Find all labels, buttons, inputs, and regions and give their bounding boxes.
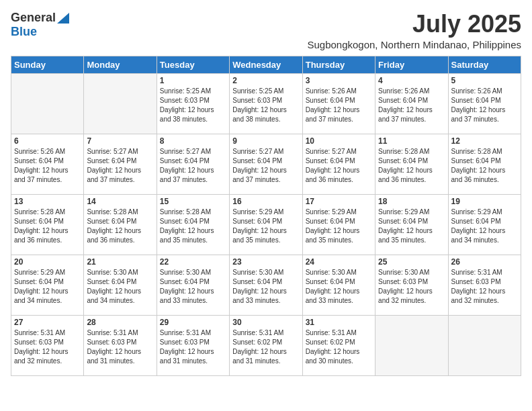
svg-marker-0	[57, 13, 69, 24]
day-info: Sunrise: 5:31 AMSunset: 6:02 PMDaylight:…	[232, 328, 299, 366]
day-info: Sunrise: 5:29 AMSunset: 6:04 PMDaylight:…	[14, 268, 81, 306]
day-info: Sunrise: 5:28 AMSunset: 6:04 PMDaylight:…	[87, 208, 153, 245]
day-info: Sunrise: 5:30 AMSunset: 6:04 PMDaylight:…	[232, 268, 299, 306]
day-number: 7	[87, 136, 153, 146]
day-info: Sunrise: 5:27 AMSunset: 6:04 PMDaylight:…	[306, 147, 372, 185]
day-number: 2	[232, 76, 299, 85]
logo-blue-text: Blue	[11, 25, 37, 38]
day-info: Sunrise: 5:31 AMSunset: 6:03 PMDaylight:…	[14, 328, 81, 366]
day-info: Sunrise: 5:30 AMSunset: 6:04 PMDaylight:…	[87, 268, 153, 306]
day-info: Sunrise: 5:27 AMSunset: 6:04 PMDaylight:…	[160, 147, 226, 185]
day-info: Sunrise: 5:27 AMSunset: 6:04 PMDaylight:…	[232, 147, 299, 185]
location-subtitle: Sugbongkogon, Northern Mindanao, Philipp…	[307, 39, 521, 50]
day-number: 10	[306, 136, 372, 146]
day-cell: 25Sunrise: 5:30 AMSunset: 6:03 PMDayligh…	[375, 255, 448, 315]
day-number: 16	[232, 197, 299, 206]
day-cell	[448, 315, 521, 375]
column-header-thursday: Thursday	[302, 56, 375, 73]
day-info: Sunrise: 5:31 AMSunset: 6:03 PMDaylight:…	[160, 328, 226, 366]
day-info: Sunrise: 5:29 AMSunset: 6:04 PMDaylight:…	[232, 208, 299, 245]
day-cell: 19Sunrise: 5:29 AMSunset: 6:04 PMDayligh…	[448, 194, 521, 255]
column-header-tuesday: Tuesday	[157, 56, 229, 73]
day-cell: 13Sunrise: 5:28 AMSunset: 6:04 PMDayligh…	[11, 194, 84, 255]
day-info: Sunrise: 5:29 AMSunset: 6:04 PMDaylight:…	[306, 208, 372, 245]
day-number: 30	[232, 318, 299, 327]
logo-triangle-icon	[57, 13, 69, 24]
day-number: 4	[378, 76, 445, 85]
day-info: Sunrise: 5:28 AMSunset: 6:04 PMDaylight:…	[378, 147, 445, 185]
day-info: Sunrise: 5:26 AMSunset: 6:04 PMDaylight:…	[306, 87, 372, 124]
day-number: 19	[451, 197, 518, 206]
day-number: 14	[87, 197, 153, 206]
day-info: Sunrise: 5:25 AMSunset: 6:03 PMDaylight:…	[160, 87, 226, 124]
day-cell: 3Sunrise: 5:26 AMSunset: 6:04 PMDaylight…	[302, 73, 375, 134]
day-number: 22	[160, 257, 226, 267]
day-info: Sunrise: 5:30 AMSunset: 6:03 PMDaylight:…	[378, 268, 445, 306]
day-number: 24	[306, 257, 372, 267]
logo: General Blue	[11, 11, 69, 39]
week-row-2: 6Sunrise: 5:26 AMSunset: 6:04 PMDaylight…	[11, 134, 521, 194]
week-row-3: 13Sunrise: 5:28 AMSunset: 6:04 PMDayligh…	[11, 194, 521, 255]
day-cell: 12Sunrise: 5:28 AMSunset: 6:04 PMDayligh…	[448, 134, 521, 194]
day-number: 27	[14, 318, 81, 327]
day-number: 11	[378, 136, 445, 146]
day-cell: 27Sunrise: 5:31 AMSunset: 6:03 PMDayligh…	[11, 315, 84, 375]
logo-general-text: General	[11, 11, 56, 25]
calendar-header-row: SundayMondayTuesdayWednesdayThursdayFrid…	[11, 56, 521, 73]
day-info: Sunrise: 5:26 AMSunset: 6:04 PMDaylight:…	[451, 87, 518, 124]
day-number: 8	[160, 136, 226, 146]
day-cell: 22Sunrise: 5:30 AMSunset: 6:04 PMDayligh…	[157, 255, 229, 315]
day-cell: 18Sunrise: 5:29 AMSunset: 6:04 PMDayligh…	[375, 194, 448, 255]
column-header-friday: Friday	[375, 56, 448, 73]
day-info: Sunrise: 5:25 AMSunset: 6:03 PMDaylight:…	[232, 87, 299, 124]
day-number: 1	[160, 76, 226, 85]
column-header-sunday: Sunday	[11, 56, 84, 73]
day-cell: 7Sunrise: 5:27 AMSunset: 6:04 PMDaylight…	[84, 134, 157, 194]
day-cell: 6Sunrise: 5:26 AMSunset: 6:04 PMDaylight…	[11, 134, 84, 194]
day-cell: 16Sunrise: 5:29 AMSunset: 6:04 PMDayligh…	[230, 194, 302, 255]
day-cell: 10Sunrise: 5:27 AMSunset: 6:04 PMDayligh…	[302, 134, 375, 194]
day-number: 20	[14, 257, 81, 267]
day-cell: 11Sunrise: 5:28 AMSunset: 6:04 PMDayligh…	[375, 134, 448, 194]
page-header: General Blue July 2025 Sugbongkogon, Nor…	[11, 11, 521, 50]
day-cell: 21Sunrise: 5:30 AMSunset: 6:04 PMDayligh…	[84, 255, 157, 315]
day-number: 31	[306, 318, 372, 327]
day-info: Sunrise: 5:31 AMSunset: 6:03 PMDaylight:…	[451, 268, 518, 306]
day-number: 13	[14, 197, 81, 206]
day-info: Sunrise: 5:26 AMSunset: 6:04 PMDaylight:…	[14, 147, 81, 185]
day-number: 29	[160, 318, 226, 327]
day-number: 28	[87, 318, 153, 327]
day-number: 17	[306, 197, 372, 206]
week-row-4: 20Sunrise: 5:29 AMSunset: 6:04 PMDayligh…	[11, 255, 521, 315]
day-cell: 15Sunrise: 5:28 AMSunset: 6:04 PMDayligh…	[157, 194, 229, 255]
day-cell: 4Sunrise: 5:26 AMSunset: 6:04 PMDaylight…	[375, 73, 448, 134]
day-cell: 30Sunrise: 5:31 AMSunset: 6:02 PMDayligh…	[230, 315, 302, 375]
week-row-5: 27Sunrise: 5:31 AMSunset: 6:03 PMDayligh…	[11, 315, 521, 375]
day-number: 18	[378, 197, 445, 206]
day-cell: 17Sunrise: 5:29 AMSunset: 6:04 PMDayligh…	[302, 194, 375, 255]
day-number: 6	[14, 136, 81, 146]
day-cell: 28Sunrise: 5:31 AMSunset: 6:03 PMDayligh…	[84, 315, 157, 375]
week-row-1: 1Sunrise: 5:25 AMSunset: 6:03 PMDaylight…	[11, 73, 521, 134]
calendar-table: SundayMondayTuesdayWednesdayThursdayFrid…	[11, 56, 521, 376]
day-cell: 8Sunrise: 5:27 AMSunset: 6:04 PMDaylight…	[157, 134, 229, 194]
column-header-saturday: Saturday	[448, 56, 521, 73]
day-cell: 9Sunrise: 5:27 AMSunset: 6:04 PMDaylight…	[230, 134, 302, 194]
day-cell	[375, 315, 448, 375]
day-cell: 31Sunrise: 5:31 AMSunset: 6:02 PMDayligh…	[302, 315, 375, 375]
day-cell: 20Sunrise: 5:29 AMSunset: 6:04 PMDayligh…	[11, 255, 84, 315]
day-info: Sunrise: 5:28 AMSunset: 6:04 PMDaylight:…	[14, 208, 81, 245]
column-header-monday: Monday	[84, 56, 157, 73]
day-cell: 24Sunrise: 5:30 AMSunset: 6:04 PMDayligh…	[302, 255, 375, 315]
day-number: 26	[451, 257, 518, 267]
day-info: Sunrise: 5:28 AMSunset: 6:04 PMDaylight:…	[451, 147, 518, 185]
day-info: Sunrise: 5:31 AMSunset: 6:03 PMDaylight:…	[87, 328, 153, 366]
day-cell: 14Sunrise: 5:28 AMSunset: 6:04 PMDayligh…	[84, 194, 157, 255]
day-number: 15	[160, 197, 226, 206]
day-cell: 2Sunrise: 5:25 AMSunset: 6:03 PMDaylight…	[230, 73, 302, 134]
title-section: July 2025 Sugbongkogon, Northern Mindana…	[307, 11, 521, 50]
column-header-wednesday: Wednesday	[230, 56, 302, 73]
day-cell: 23Sunrise: 5:30 AMSunset: 6:04 PMDayligh…	[230, 255, 302, 315]
day-cell	[11, 73, 84, 134]
day-info: Sunrise: 5:30 AMSunset: 6:04 PMDaylight:…	[306, 268, 372, 306]
